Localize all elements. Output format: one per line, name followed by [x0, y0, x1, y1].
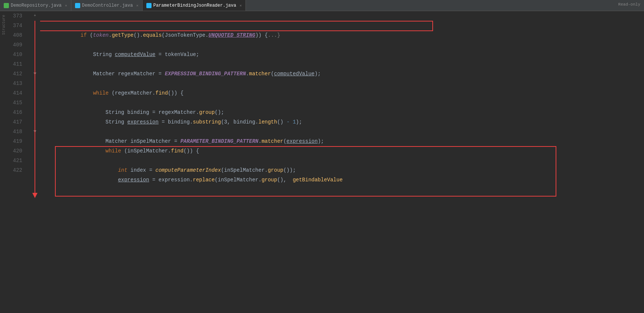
- line-413: while (regexMatcher.find()) {: [43, 79, 644, 88]
- line-num-373: 373: [7, 11, 26, 21]
- line-num-421: 421: [7, 156, 26, 165]
- line-num-410: 410: [7, 50, 26, 59]
- tab-parameter-binding[interactable]: ParameterBindingJsonReader.java ✕: [143, 0, 246, 11]
- line-num-420: 420: [7, 146, 26, 156]
- line-numbers: 373 374 408 409 410 411 412 413 414 415 …: [7, 11, 30, 313]
- line-411: Matcher regexMatcher = EXPRESSION_BINDIN…: [43, 59, 644, 69]
- fold-icon-413[interactable]: ▼: [30, 69, 40, 79]
- tab-close-reader[interactable]: ✕: [240, 3, 242, 8]
- read-only-badge: Read-only: [618, 2, 640, 7]
- tab-bar: DemoRepository.java ✕ DemoController.jav…: [0, 0, 644, 11]
- line-414: [43, 88, 644, 98]
- line-num-409: 409: [7, 40, 26, 50]
- code-area: Structure 373 374 408 409 410 411 412 41…: [0, 11, 644, 313]
- line-num-412: 412: [7, 69, 26, 79]
- fold-icon-374[interactable]: +: [30, 11, 40, 21]
- structure-panel: Structure: [0, 11, 7, 313]
- line-num-374: 374: [7, 21, 26, 30]
- line-422: expression = expression.replace(inSpelMa…: [43, 165, 644, 175]
- line-417: [43, 117, 644, 127]
- gutter: + ▼ ▼: [30, 11, 40, 313]
- line-409: String computedValue = tokenValue;: [43, 40, 644, 50]
- editor-container: DemoRepository.java ✕ DemoController.jav…: [0, 0, 644, 313]
- line-419: while (inSpelMatcher.find()) {: [43, 136, 644, 146]
- tab-label-repo: DemoRepository.java: [11, 3, 62, 8]
- tab-demo-controller[interactable]: DemoController.java ✕: [71, 0, 143, 11]
- line-418: Matcher inSpelMatcher = PARAMETER_BINDIN…: [43, 127, 644, 136]
- line-num-413: 413: [7, 79, 26, 88]
- line-num-411: 411: [7, 59, 26, 69]
- line-num-416: 416: [7, 108, 26, 117]
- tab-icon-controller: [75, 3, 80, 8]
- structure-label: Structure: [2, 15, 6, 35]
- line-num-422: 422: [7, 165, 26, 175]
- line-373: [43, 11, 644, 21]
- tab-icon-repo: [4, 3, 9, 8]
- tab-label-controller: DemoController.java: [82, 3, 133, 8]
- line-num-408: 408: [7, 30, 26, 40]
- line-415: String binding = regexMatcher.group();: [43, 98, 644, 108]
- line-num-414: 414: [7, 88, 26, 98]
- line-421: int index = computeParameterIndex(inSpel…: [43, 156, 644, 165]
- tab-close-controller[interactable]: ✕: [136, 3, 139, 8]
- line-num-415: 415: [7, 98, 26, 108]
- tab-demo-repository[interactable]: DemoRepository.java ✕: [0, 0, 71, 11]
- line-num-418: 418: [7, 127, 26, 136]
- line-num-419: 419: [7, 136, 26, 146]
- line-374: if (token.getType().equals(JsonTokenType…: [43, 21, 644, 30]
- line-420: [43, 146, 644, 156]
- line-416: String expression = binding.substring(3,…: [43, 108, 644, 117]
- tab-label-reader: ParameterBindingJsonReader.java: [153, 3, 236, 8]
- tab-close-repo[interactable]: ✕: [65, 3, 67, 8]
- fold-icon-419[interactable]: ▼: [30, 127, 40, 136]
- line-num-417: 417: [7, 117, 26, 127]
- tab-icon-reader: [146, 3, 152, 8]
- line-410: [43, 50, 644, 59]
- code-lines[interactable]: if (token.getType().equals(JsonTokenType…: [40, 11, 644, 313]
- line-412: [43, 69, 644, 79]
- line-408: [43, 30, 644, 40]
